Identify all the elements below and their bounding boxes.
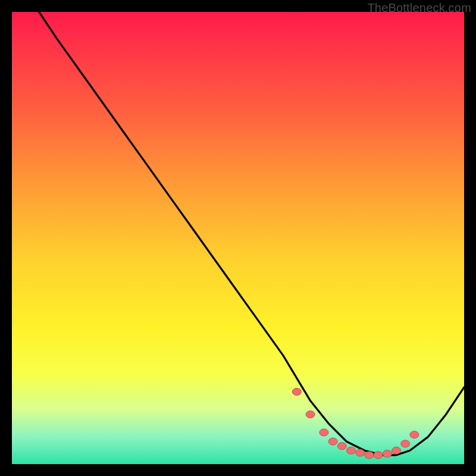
marker-dot [328, 438, 337, 445]
chart-frame: TheBottleneck.com [0, 0, 476, 476]
marker-dot [347, 447, 356, 454]
marker-dot [292, 388, 301, 395]
marker-dot [356, 449, 365, 456]
marker-dot [306, 411, 315, 418]
marker-dot [401, 440, 410, 447]
marker-dot [365, 452, 374, 459]
curve-layer [12, 12, 464, 464]
curve-path [39, 12, 464, 455]
attribution-label: TheBottleneck.com [367, 1, 471, 15]
marker-dot [392, 447, 401, 454]
marker-group [292, 388, 419, 458]
marker-dot [320, 429, 328, 436]
curve-path-group [39, 12, 464, 455]
plot-area [12, 12, 464, 464]
marker-dot [383, 450, 392, 458]
marker-dot [374, 452, 383, 459]
marker-dot [337, 443, 346, 450]
marker-dot [410, 431, 419, 439]
